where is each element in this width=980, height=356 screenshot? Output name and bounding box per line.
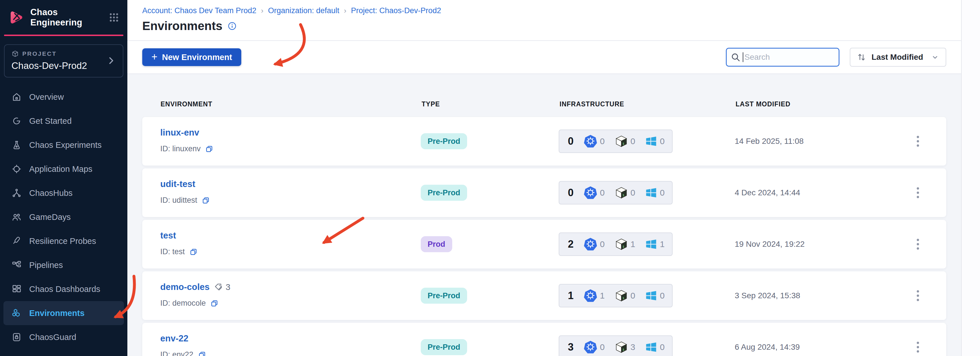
type-badge: Pre-Prod: [421, 288, 467, 304]
page-header: Account: Chaos Dev Team Prod2 › Organiza…: [127, 0, 961, 41]
svg-text:$: $: [622, 142, 624, 145]
svg-text:$: $: [622, 296, 624, 300]
infrastructure-summary: 0: [559, 130, 673, 153]
environment-id: ID: test: [160, 247, 185, 256]
copy-icon[interactable]: [198, 351, 206, 356]
cube-icon: [11, 50, 19, 57]
table-row[interactable]: linux-env ID: linuxenv Pre-Prod 0: [142, 117, 946, 166]
pipeline-icon: [11, 260, 22, 270]
new-environment-button[interactable]: + New Environment: [142, 48, 241, 66]
sidebar-item-chaos-dashboards[interactable]: Chaos Dashboards: [3, 277, 124, 301]
windows-icon: [646, 290, 657, 301]
row-menu-button[interactable]: [912, 184, 924, 202]
windows-count: 0: [646, 136, 665, 147]
windows-icon: [646, 342, 657, 353]
info-icon[interactable]: [228, 21, 237, 31]
plus-icon: +: [151, 52, 158, 62]
search-box: [726, 48, 840, 66]
kubernetes-icon: [584, 134, 597, 148]
windows-count: 0: [646, 342, 665, 353]
main-content: Account: Chaos Dev Team Prod2 › Organiza…: [127, 0, 980, 356]
kubernetes-icon: [584, 289, 597, 302]
svg-text:$: $: [622, 245, 624, 248]
kubernetes-count: 0: [584, 340, 605, 354]
table-row[interactable]: env-22 ID: env22 Pre-Prod 3: [142, 323, 946, 356]
last-modified-value: 4 Dec 2024, 14:44: [735, 168, 800, 217]
dashboard-icon: [11, 284, 22, 294]
sort-arrows-icon: [857, 52, 866, 62]
kubernetes-icon: [584, 186, 597, 199]
table-row[interactable]: udit-test ID: udittest Pre-Prod 0: [142, 168, 946, 217]
windows-count: 0: [646, 290, 665, 301]
sidebar-item-environments[interactable]: Environments: [3, 301, 124, 325]
infra-total-count: 1: [568, 290, 574, 302]
breadcrumb-organization-link[interactable]: Organization: default: [268, 6, 339, 15]
table-body: linux-env ID: linuxenv Pre-Prod 0: [142, 117, 946, 356]
tags-count: 3: [226, 282, 231, 292]
sort-dropdown[interactable]: Last Modified: [850, 48, 946, 66]
project-selector[interactable]: PROJECT Chaos-Dev-Prod2: [4, 44, 123, 78]
windows-icon: [646, 136, 657, 147]
svg-text:$: $: [622, 194, 624, 197]
environment-name-link[interactable]: linux-env: [160, 127, 199, 138]
sidebar-item-chaoshubs[interactable]: ChaosHubs: [3, 181, 124, 205]
probe-icon: [11, 236, 22, 246]
copy-icon[interactable]: [210, 299, 218, 307]
row-menu-button[interactable]: [912, 338, 924, 356]
environment-id: ID: linuxenv: [160, 144, 200, 153]
scrollbar-track[interactable]: [961, 0, 980, 356]
kubernetes-count: 0: [584, 134, 605, 148]
infra-total-count: 0: [568, 187, 574, 199]
copy-icon[interactable]: [202, 196, 210, 204]
last-modified-value: 14 Feb 2025, 11:08: [735, 117, 804, 166]
breadcrumb-project-link[interactable]: Project: Chaos-Dev-Prod2: [351, 6, 441, 15]
linux-icon: $: [615, 238, 628, 250]
toolbar: + New Environment Last Modified: [127, 41, 961, 74]
chevron-down-icon: [931, 53, 939, 62]
linux-icon: $: [615, 135, 628, 147]
windows-count: 1: [646, 239, 665, 250]
row-menu-button[interactable]: [912, 235, 924, 253]
app-switcher-icon[interactable]: [108, 12, 119, 23]
kubernetes-count: 1: [584, 289, 605, 302]
linux-count: $ 0: [615, 135, 635, 147]
tags-badge: 3: [214, 282, 231, 292]
sidebar-item-application-maps[interactable]: Application Maps: [3, 157, 124, 181]
hexagons-icon: [11, 308, 22, 318]
environment-name-link[interactable]: test: [160, 230, 176, 241]
environment-id: ID: env22: [160, 350, 194, 356]
sidebar-item-overview[interactable]: Overview: [3, 85, 124, 109]
type-badge: Pre-Prod: [421, 133, 467, 149]
table-row[interactable]: test ID: test Prod 2: [142, 220, 946, 269]
chaos-engineering-logo[interactable]: [8, 9, 24, 25]
copy-icon[interactable]: [205, 145, 213, 153]
last-modified-value: 6 Aug 2024, 14:39: [735, 323, 800, 356]
sidebar-nav: Overview Get Started Chaos Experiments: [0, 85, 127, 349]
project-label: PROJECT: [22, 50, 57, 57]
sidebar: Chaos Engineering PROJECT Chaos-Dev-Prod…: [0, 0, 127, 356]
sidebar-item-chaos-experiments[interactable]: Chaos Experiments: [3, 133, 124, 157]
breadcrumb-separator: ›: [256, 6, 268, 15]
row-menu-button[interactable]: [912, 132, 924, 150]
kubernetes-count: 0: [584, 237, 605, 251]
sort-selected-value: Last Modified: [872, 52, 923, 62]
copy-icon[interactable]: [189, 248, 197, 256]
flask-icon: [11, 140, 22, 150]
breadcrumb-account-link[interactable]: Account: Chaos Dev Team Prod2: [142, 6, 256, 15]
table-row[interactable]: demo-coles 3 ID: democole: [142, 271, 946, 320]
sidebar-item-chaosguard[interactable]: ChaosGuard: [3, 325, 124, 349]
row-menu-button[interactable]: [912, 286, 924, 305]
infrastructure-summary: 0: [559, 181, 673, 204]
sidebar-item-pipelines[interactable]: Pipelines: [3, 253, 124, 277]
infra-total-count: 2: [568, 238, 574, 250]
linux-count: $ 0: [615, 187, 635, 199]
sidebar-header: Chaos Engineering: [0, 0, 127, 35]
sidebar-item-resilience-probes[interactable]: Resilience Probes: [3, 229, 124, 253]
environment-name-link[interactable]: udit-test: [160, 179, 195, 190]
get-started-icon: [11, 116, 22, 126]
breadcrumb-separator: ›: [339, 6, 351, 15]
sidebar-item-get-started[interactable]: Get Started: [3, 109, 124, 133]
environment-name-link[interactable]: demo-coles: [160, 282, 210, 293]
environment-name-link[interactable]: env-22: [160, 333, 188, 344]
sidebar-item-gamedays[interactable]: GameDays: [3, 205, 124, 229]
